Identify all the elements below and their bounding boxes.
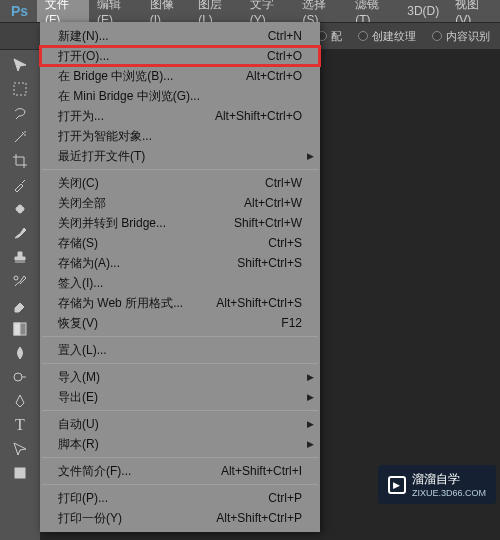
menu-item-label: 关闭(C) <box>58 175 99 192</box>
menu-item[interactable]: 打印一份(Y)Alt+Shift+Ctrl+P <box>40 508 320 528</box>
menu-item-shortcut: Alt+Shift+Ctrl+S <box>216 296 302 310</box>
menu-item-shortcut: F12 <box>281 316 302 330</box>
submenu-arrow-icon: ▶ <box>307 419 314 429</box>
menu-item[interactable]: 脚本(R)▶ <box>40 434 320 454</box>
option-radio-2[interactable]: 创建纹理 <box>358 29 416 44</box>
menu-item[interactable]: 自动(U)▶ <box>40 414 320 434</box>
dodge-tool-icon[interactable] <box>8 366 32 388</box>
menu-item[interactable]: 存储(S)Ctrl+S <box>40 233 320 253</box>
menu-item-shortcut: Shift+Ctrl+S <box>237 256 302 270</box>
menu-item[interactable]: 存储为(A)...Shift+Ctrl+S <box>40 253 320 273</box>
menu-item-label: 打印(P)... <box>58 490 108 507</box>
menu-item[interactable]: 签入(I)... <box>40 273 320 293</box>
menu-separator <box>42 169 318 170</box>
menu-item-label: 打印一份(Y) <box>58 510 122 527</box>
watermark: ▶ 溜溜自学 ZIXUE.3D66.COM <box>378 465 496 504</box>
menu-item-shortcut: Alt+Shift+Ctrl+P <box>216 511 302 525</box>
menu-item-label: 恢复(V) <box>58 315 98 332</box>
menu-item[interactable]: 在 Bridge 中浏览(B)...Alt+Ctrl+O <box>40 66 320 86</box>
menu-item-label: 导出(E) <box>58 389 98 406</box>
eyedropper-tool-icon[interactable] <box>8 174 32 196</box>
menu-item[interactable]: 打开为智能对象... <box>40 126 320 146</box>
submenu-arrow-icon: ▶ <box>307 151 314 161</box>
shape-tool-icon[interactable] <box>8 462 32 484</box>
healing-tool-icon[interactable] <box>8 198 32 220</box>
menu-item[interactable]: 新建(N)...Ctrl+N <box>40 26 320 46</box>
submenu-arrow-icon: ▶ <box>307 372 314 382</box>
menu-item-label: 打开为... <box>58 108 104 125</box>
menu-item-shortcut: Ctrl+P <box>268 491 302 505</box>
menu-separator <box>42 336 318 337</box>
menu-separator <box>42 457 318 458</box>
menu-item[interactable]: 在 Mini Bridge 中浏览(G)... <box>40 86 320 106</box>
menu-item-shortcut: Alt+Shift+Ctrl+O <box>215 109 302 123</box>
menu-item[interactable]: 打印(P)...Ctrl+P <box>40 488 320 508</box>
watermark-title: 溜溜自学 <box>412 472 460 486</box>
menu-item[interactable]: 文件简介(F)...Alt+Shift+Ctrl+I <box>40 461 320 481</box>
menu-item-shortcut: Shift+Ctrl+W <box>234 216 302 230</box>
path-tool-icon[interactable] <box>8 438 32 460</box>
menu-3d[interactable]: 3D(D) <box>399 1 447 21</box>
crop-tool-icon[interactable] <box>8 150 32 172</box>
menu-item[interactable]: 最近打开文件(T)▶ <box>40 146 320 166</box>
menu-item[interactable]: 导入(M)▶ <box>40 367 320 387</box>
toolbox: T <box>0 50 40 484</box>
menu-item-label: 最近打开文件(T) <box>58 148 145 165</box>
submenu-arrow-icon: ▶ <box>307 439 314 449</box>
watermark-sub: ZIXUE.3D66.COM <box>412 488 486 498</box>
menu-item[interactable]: 打开为...Alt+Shift+Ctrl+O <box>40 106 320 126</box>
play-icon: ▶ <box>388 476 406 494</box>
menu-item[interactable]: 关闭并转到 Bridge...Shift+Ctrl+W <box>40 213 320 233</box>
file-menu-dropdown: 新建(N)...Ctrl+N打开(O)...Ctrl+O在 Bridge 中浏览… <box>40 22 320 532</box>
svg-point-3 <box>14 276 18 280</box>
menu-item-label: 文件简介(F)... <box>58 463 131 480</box>
gradient-tool-icon[interactable] <box>8 318 32 340</box>
svg-rect-0 <box>14 83 26 95</box>
option-radio-3[interactable]: 内容识别 <box>432 29 490 44</box>
menu-separator <box>42 484 318 485</box>
menu-item-label: 打开为智能对象... <box>58 128 152 145</box>
lasso-tool-icon[interactable] <box>8 102 32 124</box>
brush-tool-icon[interactable] <box>8 222 32 244</box>
move-tool-icon[interactable] <box>8 54 32 76</box>
menu-item-label: 关闭全部 <box>58 195 106 212</box>
wand-tool-icon[interactable] <box>8 126 32 148</box>
menu-item[interactable]: 关闭(C)Ctrl+W <box>40 173 320 193</box>
menu-item[interactable]: 存储为 Web 所用格式...Alt+Shift+Ctrl+S <box>40 293 320 313</box>
menu-item-label: 新建(N)... <box>58 28 109 45</box>
menu-item[interactable]: 打开(O)...Ctrl+O <box>40 46 320 66</box>
pen-tool-icon[interactable] <box>8 390 32 412</box>
option-label: 创建纹理 <box>372 29 416 44</box>
menu-separator <box>42 410 318 411</box>
app-logo: Ps <box>2 0 37 22</box>
menu-item-shortcut: Ctrl+N <box>268 29 302 43</box>
marquee-tool-icon[interactable] <box>8 78 32 100</box>
menu-item-label: 在 Bridge 中浏览(B)... <box>58 68 173 85</box>
menu-item-label: 导入(M) <box>58 369 100 386</box>
svg-rect-7 <box>15 468 25 478</box>
menu-item[interactable]: 置入(L)... <box>40 340 320 360</box>
eraser-tool-icon[interactable] <box>8 294 32 316</box>
option-label: 配 <box>331 29 342 44</box>
menubar: Ps 文件(F) 编辑(E) 图像(I) 图层(L) 文字(Y) 选择(S) 滤… <box>0 0 500 22</box>
menu-item-label: 存储(S) <box>58 235 98 252</box>
history-brush-tool-icon[interactable] <box>8 270 32 292</box>
stamp-tool-icon[interactable] <box>8 246 32 268</box>
submenu-arrow-icon: ▶ <box>307 392 314 402</box>
menu-item-shortcut: Alt+Ctrl+O <box>246 69 302 83</box>
svg-rect-2 <box>18 205 22 213</box>
svg-rect-5 <box>14 323 20 335</box>
type-tool-icon[interactable]: T <box>8 414 32 436</box>
menu-item-label: 存储为 Web 所用格式... <box>58 295 183 312</box>
menu-item[interactable]: 导出(E)▶ <box>40 387 320 407</box>
menu-item[interactable]: 关闭全部Alt+Ctrl+W <box>40 193 320 213</box>
menu-item-label: 置入(L)... <box>58 342 107 359</box>
menu-item[interactable]: 恢复(V)F12 <box>40 313 320 333</box>
menu-separator <box>42 363 318 364</box>
blur-tool-icon[interactable] <box>8 342 32 364</box>
menu-item-shortcut: Alt+Shift+Ctrl+I <box>221 464 302 478</box>
option-radio-1[interactable]: 配 <box>317 29 342 44</box>
menu-item-label: 在 Mini Bridge 中浏览(G)... <box>58 88 200 105</box>
menu-item-label: 存储为(A)... <box>58 255 120 272</box>
menu-item-shortcut: Alt+Ctrl+W <box>244 196 302 210</box>
